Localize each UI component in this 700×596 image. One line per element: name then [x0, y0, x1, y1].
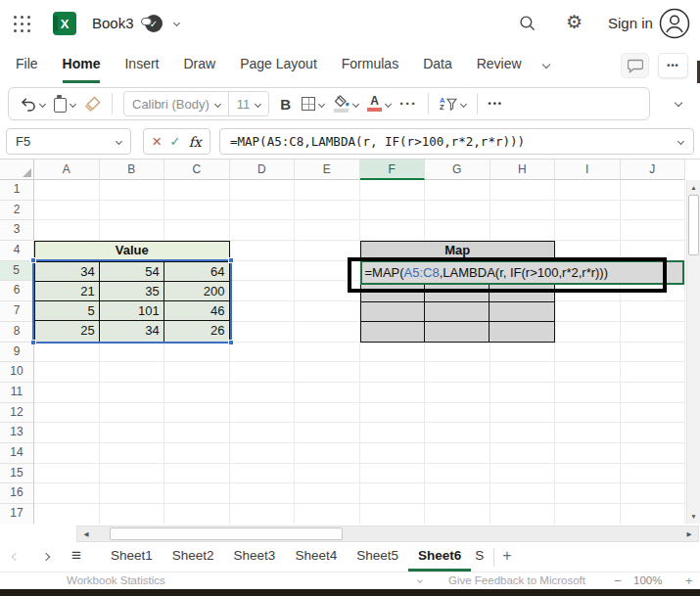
- borders-button[interactable]: [302, 97, 324, 111]
- menu-more-button[interactable]: •••: [658, 53, 688, 78]
- cell-B11[interactable]: [100, 383, 165, 403]
- select-all-corner[interactable]: [0, 160, 34, 180]
- row-header-11[interactable]: 11: [0, 383, 34, 403]
- vertical-scrollbar[interactable]: ▲ ▼: [686, 180, 700, 524]
- value-cell-r5c0[interactable]: 34: [35, 262, 100, 282]
- cell-J10[interactable]: [621, 362, 686, 383]
- cell-F16[interactable]: [360, 483, 426, 504]
- ribbon-overflow-button[interactable]: •••: [489, 99, 503, 109]
- active-cell-edit-box[interactable]: =MAP(A5:C8,LAMBDA(r, IF(r>100,r*2,r*r))): [360, 260, 684, 285]
- cell-J1[interactable]: [621, 180, 686, 201]
- cell-F12[interactable]: [360, 403, 426, 424]
- cell-D3[interactable]: [230, 220, 296, 241]
- cell-E10[interactable]: [295, 362, 360, 383]
- cell-G11[interactable]: [425, 383, 490, 403]
- menu-tab-insert[interactable]: Insert: [124, 47, 159, 83]
- sheet-tab-sheet5[interactable]: Sheet5: [347, 543, 408, 572]
- cell-A14[interactable]: [34, 443, 100, 464]
- cell-E1[interactable]: [295, 180, 360, 201]
- cell-I17[interactable]: [555, 504, 621, 524]
- cell-J7[interactable]: [621, 301, 686, 322]
- cell-E9[interactable]: [295, 343, 360, 363]
- cell-F11[interactable]: [360, 383, 426, 403]
- formula-bar-expand-chevron-icon[interactable]: [677, 138, 684, 145]
- row-header-16[interactable]: 16: [0, 483, 34, 504]
- row-header-2[interactable]: 2: [0, 201, 34, 221]
- cell-G2[interactable]: [425, 201, 490, 221]
- cell-H1[interactable]: [490, 180, 556, 201]
- workbook-statistics-button[interactable]: Workbook Statistics: [67, 574, 165, 586]
- cell-A10[interactable]: [34, 362, 100, 383]
- cell-J9[interactable]: [621, 343, 686, 363]
- cell-I15[interactable]: [555, 464, 621, 484]
- cell-B2[interactable]: [100, 201, 165, 221]
- menu-tab-home[interactable]: Home: [63, 47, 101, 83]
- cell-E6[interactable]: [295, 281, 360, 301]
- cell-J4[interactable]: [621, 241, 686, 261]
- cell-I9[interactable]: [555, 343, 621, 363]
- cell-E15[interactable]: [295, 464, 360, 484]
- cell-H15[interactable]: [490, 464, 556, 484]
- cell-I4[interactable]: [555, 241, 621, 261]
- next-sheet-chevron-icon[interactable]: [42, 553, 50, 561]
- search-icon[interactable]: [519, 15, 537, 36]
- menu-tab-file[interactable]: File: [16, 47, 38, 83]
- cell-D9[interactable]: [230, 343, 296, 363]
- cell-F10[interactable]: [360, 362, 426, 383]
- column-header-B[interactable]: B: [100, 160, 165, 180]
- cell-D6[interactable]: [230, 281, 296, 301]
- undo-chevron-icon[interactable]: [39, 100, 46, 107]
- scroll-down-arrow-icon[interactable]: ▼: [687, 510, 700, 523]
- fill-color-button[interactable]: [333, 95, 358, 113]
- cell-J17[interactable]: [621, 504, 686, 524]
- horizontal-scrollbar[interactable]: ◀ ▶: [76, 526, 699, 542]
- cell-B3[interactable]: [100, 220, 165, 241]
- row-header-4[interactable]: 4: [0, 241, 34, 261]
- cloud-saved-icon[interactable]: ✓: [145, 15, 163, 32]
- cell-D4[interactable]: [230, 241, 296, 261]
- map-cell[interactable]: [425, 302, 490, 322]
- cell-H9[interactable]: [490, 343, 556, 363]
- row-header-7[interactable]: 7: [0, 301, 34, 322]
- cell-B10[interactable]: [100, 362, 165, 383]
- sheet-tab-sheet4[interactable]: Sheet4: [285, 543, 347, 572]
- sheet-tab-sheet1[interactable]: Sheet1: [101, 543, 163, 572]
- cell-H14[interactable]: [490, 443, 556, 464]
- cell-E7[interactable]: [295, 301, 360, 322]
- cell-G16[interactable]: [425, 483, 490, 504]
- font-size-select[interactable]: 11: [229, 92, 269, 115]
- cell-A9[interactable]: [34, 343, 100, 363]
- cell-D15[interactable]: [230, 464, 296, 484]
- ribbon-collapse-button[interactable]: [667, 93, 690, 113]
- cell-F15[interactable]: [360, 464, 426, 484]
- menu-tab-formulas[interactable]: Formulas: [342, 47, 398, 83]
- scroll-right-arrow-icon[interactable]: ▶: [681, 527, 697, 541]
- cell-D8[interactable]: [230, 322, 296, 343]
- cell-A2[interactable]: [34, 201, 100, 221]
- cell-H16[interactable]: [490, 483, 556, 504]
- cell-I16[interactable]: [555, 483, 621, 504]
- cell-G1[interactable]: [425, 180, 490, 201]
- value-cell-r8c2[interactable]: 26: [164, 321, 229, 341]
- row-header-13[interactable]: 13: [0, 423, 34, 443]
- cell-F3[interactable]: [360, 220, 426, 241]
- cell-I13[interactable]: [555, 423, 621, 443]
- horizontal-scroll-thumb[interactable]: [110, 527, 343, 540]
- comments-button[interactable]: [621, 53, 649, 78]
- row-header-8[interactable]: 8: [0, 322, 34, 343]
- row-header-9[interactable]: 9: [0, 343, 34, 363]
- cell-E17[interactable]: [295, 504, 360, 524]
- cell-B1[interactable]: [100, 180, 165, 201]
- more-font-options-button[interactable]: ···: [399, 99, 417, 109]
- cell-F13[interactable]: [360, 423, 426, 443]
- column-header-D[interactable]: D: [230, 160, 296, 180]
- menu-tab-review[interactable]: Review: [477, 47, 522, 83]
- value-cell-r8c0[interactable]: 25: [35, 321, 100, 341]
- map-cell[interactable]: [361, 322, 426, 342]
- cell-B12[interactable]: [100, 403, 165, 424]
- cell-G15[interactable]: [425, 464, 490, 484]
- cell-E13[interactable]: [295, 423, 360, 443]
- excel-logo-icon[interactable]: X: [53, 12, 76, 35]
- fill-color-chevron-icon[interactable]: [352, 100, 359, 107]
- cell-F14[interactable]: [360, 443, 426, 464]
